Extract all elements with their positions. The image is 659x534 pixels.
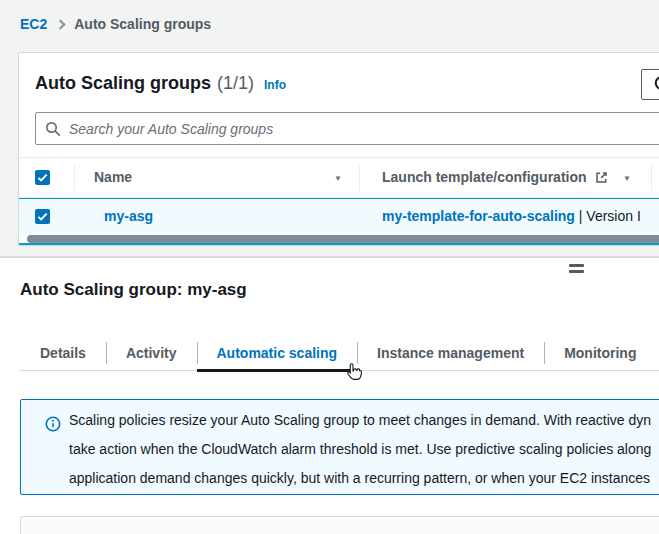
column-header-name-label: Name [94, 169, 132, 185]
search-icon [45, 121, 61, 137]
split-panel: Auto Scaling group: my-asg Details Activ… [0, 257, 659, 534]
launch-template-version: | Version I [575, 208, 641, 224]
tab-automatic-scaling[interactable]: Automatic scaling [197, 336, 358, 370]
sort-icon-name[interactable]: ▼ [334, 174, 342, 183]
external-link-icon [594, 170, 609, 185]
info-link[interactable]: Info [264, 78, 286, 92]
tab-instance-management[interactable]: Instance management [357, 336, 544, 370]
result-count: (1/1) [217, 73, 254, 94]
column-header-launch-template[interactable]: Launch template/configuration [382, 169, 609, 185]
info-icon [45, 416, 61, 432]
banner-line: take action when the CloudWatch alarm th… [69, 435, 651, 464]
table-header-row: Name ▼ Launch template/configuration ▼ [19, 157, 659, 198]
select-all-checkbox[interactable] [35, 170, 50, 185]
horizontal-scrollbar[interactable] [27, 235, 659, 243]
policies-section-header [20, 516, 659, 534]
banner-text: Scaling policies resize your Auto Scalin… [69, 406, 651, 493]
asg-name-link[interactable]: my-asg [104, 208, 153, 224]
tab-monitoring[interactable]: Monitoring [544, 336, 656, 370]
launch-template-link[interactable]: my-template-for-auto-scaling [382, 208, 575, 224]
column-divider [74, 165, 75, 191]
search-input[interactable] [69, 121, 659, 137]
column-header-name[interactable]: Name [94, 169, 132, 185]
row-checkbox[interactable] [35, 209, 50, 224]
list-panel-header: Auto Scaling groups (1/1) Info [35, 73, 286, 94]
breadcrumb-chevron-icon [56, 20, 66, 30]
checkbox-check-icon [35, 170, 50, 185]
page-title: Auto Scaling groups [35, 73, 211, 94]
selected-row-border [19, 243, 659, 245]
column-divider [359, 165, 360, 191]
search-box [35, 112, 659, 145]
banner-line: Scaling policies resize your Auto Scalin… [69, 406, 651, 435]
tab-bar: Details Activity Automatic scaling Insta… [20, 336, 659, 371]
launch-template-cell: my-template-for-auto-scaling | Version I [382, 208, 641, 224]
banner-line: application demand changes quickly, but … [69, 464, 651, 493]
tab-details[interactable]: Details [20, 336, 106, 370]
sort-icon-launch-template[interactable]: ▼ [623, 174, 631, 183]
checkbox-check-icon [35, 209, 50, 224]
refresh-button[interactable] [641, 69, 659, 100]
column-header-launch-template-label: Launch template/configuration [382, 169, 587, 185]
breadcrumb-current: Auto Scaling groups [74, 16, 211, 32]
info-banner: Scaling policies resize your Auto Scalin… [20, 399, 659, 495]
tab-activity[interactable]: Activity [106, 336, 197, 370]
breadcrumb: EC2 Auto Scaling groups [20, 16, 211, 32]
column-divider [651, 165, 652, 191]
asg-list-panel: Auto Scaling groups (1/1) Info Name ▼ [18, 52, 659, 245]
table-row[interactable]: my-asg my-template-for-auto-scaling | Ve… [19, 198, 659, 235]
refresh-icon [653, 74, 659, 95]
resize-handle-icon[interactable] [569, 264, 584, 273]
aws-console-page: EC2 Auto Scaling groups Auto Scaling gro… [0, 0, 659, 534]
breadcrumb-link-ec2[interactable]: EC2 [20, 16, 47, 32]
detail-panel-title: Auto Scaling group: my-asg [20, 280, 247, 300]
